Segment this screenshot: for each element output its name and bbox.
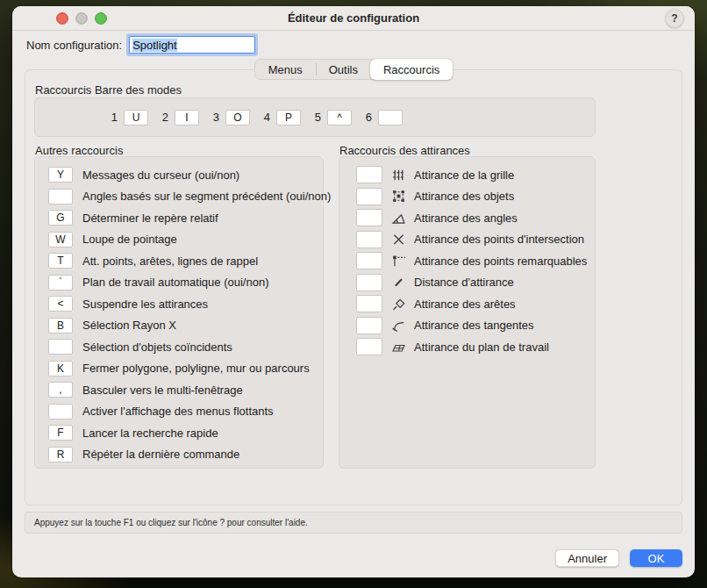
dialog-actions: Annuler OK (555, 549, 682, 567)
snap-key-input[interactable] (356, 295, 382, 312)
shortcut-row: Angles basés sur le segment précédent (o… (35, 186, 323, 208)
help-button[interactable]: ? (665, 9, 684, 28)
shortcut-row: Répéter la dernière commande (35, 444, 323, 466)
snap-shortcut-label: Attirance du plan de travail (414, 341, 549, 354)
shortcut-row: Lancer la recherche rapide (35, 422, 323, 444)
shortcut-label: Lancer la recherche rapide (82, 427, 218, 440)
config-name-row: Nom configuration: Spotlight (26, 36, 255, 54)
angle-snap-icon (390, 211, 406, 226)
snap-shortcuts-title: Raccourcis des attirances (339, 144, 470, 157)
snap-key-input[interactable] (356, 252, 382, 269)
mode-key-input[interactable] (327, 110, 352, 125)
snap-key-input[interactable] (356, 338, 382, 355)
minimize-button[interactable] (75, 12, 88, 25)
edge-snap-icon (390, 297, 406, 312)
mode-key-input[interactable] (175, 110, 199, 125)
snap-key-input[interactable] (356, 188, 382, 205)
shortcut-key-input[interactable] (48, 189, 73, 204)
zoom-button[interactable] (95, 12, 107, 25)
shortcut-key-input[interactable] (48, 361, 73, 376)
tab-label: Outils (329, 63, 358, 76)
shortcut-key-input[interactable] (48, 425, 73, 441)
snap-shortcut-label: Attirance des tangentes (414, 319, 534, 332)
remarkable-points-icon (390, 254, 406, 269)
snap-key-input[interactable] (356, 231, 382, 248)
mode-slot-number: 1 (111, 111, 118, 124)
mode-key-input[interactable] (276, 110, 301, 125)
snap-shortcut-row: Attirance du plan de travail (339, 336, 595, 358)
shortcut-row: Fermer polygone, polyligne, mur ou parco… (35, 358, 323, 380)
other-shortcuts-box: Messages du curseur (oui/non) Angles bas… (34, 156, 324, 469)
mode-slot: 3 (212, 110, 263, 125)
mode-key-input[interactable] (225, 110, 250, 125)
grid-snap-icon (390, 168, 406, 183)
mode-slot-number: 5 (314, 111, 321, 124)
config-name-label: Nom configuration: (26, 39, 122, 52)
titlebar: Éditeur de configuration ? (12, 6, 695, 31)
help-status-text: Appuyez sur la touche F1 ou cliquez sur … (34, 518, 308, 527)
config-name-input[interactable]: Spotlight (129, 36, 255, 54)
distance-snap-icon (390, 275, 406, 290)
shortcut-label: Basculer vers le multi-fenêtrage (82, 384, 243, 397)
shortcut-row: Basculer vers le multi-fenêtrage (35, 379, 323, 401)
shortcut-label: Loupe de pointage (82, 233, 177, 246)
shortcut-label: Messages du curseur (oui/non) (82, 169, 239, 182)
ok-button[interactable]: OK (630, 549, 682, 567)
snap-shortcut-label: Attirance des arêtes (414, 298, 516, 311)
selected-text: Spotlight (132, 39, 177, 52)
shortcut-key-input[interactable] (48, 296, 73, 312)
shortcut-key-input[interactable] (48, 404, 73, 419)
snap-shortcut-label: Attirance de la grille (414, 169, 514, 182)
shortcut-row: Activer l'affichage des menus flottants (35, 401, 323, 423)
shortcut-key-input[interactable] (48, 253, 73, 269)
snap-shortcut-row: Attirance de la grille (339, 164, 595, 186)
snap-key-input[interactable] (356, 317, 382, 334)
traffic-lights (56, 6, 107, 30)
config-editor-window: Éditeur de configuration ? Nom configura… (12, 6, 695, 577)
shortcut-label: Répéter la dernière commande (82, 448, 239, 461)
snap-shortcut-row: Attirance des arêtes (339, 293, 595, 315)
tab[interactable]: Menus (255, 60, 316, 79)
workplane-snap-icon (390, 340, 406, 355)
shortcut-key-input[interactable] (48, 275, 73, 290)
tab-bar: Menus Outils Raccourcis (12, 59, 695, 80)
shortcut-key-input[interactable] (48, 447, 73, 463)
close-button[interactable] (56, 12, 68, 25)
cancel-button[interactable]: Annuler (555, 549, 619, 567)
shortcut-key-input[interactable] (48, 382, 73, 398)
snap-key-input[interactable] (356, 166, 382, 183)
shortcut-label: Att. points, arêtes, lignes de rappel (82, 255, 258, 268)
shortcut-label: Fermer polygone, polyligne, mur ou parco… (82, 362, 310, 375)
shortcut-row: Déterminer le repère relatif (35, 207, 323, 229)
shortcut-row: Plan de travail automatique (oui/non) (35, 272, 323, 294)
mode-key-input[interactable] (124, 110, 148, 125)
mode-slot: 2 (161, 110, 212, 125)
snap-shortcut-label: Attirance des objets (414, 190, 514, 203)
snap-shortcuts-box: Attirance de la grille Attirance des obj… (339, 156, 596, 469)
tab-content-panel: Raccourcis Barre des modes 1 2 3 (25, 69, 682, 506)
help-status-bar: Appuyez sur la touche F1 ou cliquez sur … (25, 512, 682, 534)
mode-slot: 6 (365, 110, 416, 125)
tab-label: Raccourcis (383, 63, 439, 76)
tab[interactable]: Raccourcis (370, 59, 453, 80)
snap-key-input[interactable] (356, 209, 382, 226)
snap-key-input[interactable] (356, 274, 382, 291)
shortcut-label: Suspendre les attirances (82, 298, 208, 311)
shortcut-label: Sélection Rayon X (82, 319, 176, 332)
object-snap-icon (390, 189, 406, 204)
shortcut-key-input[interactable] (48, 210, 73, 226)
shortcut-row: Sélection Rayon X (35, 315, 323, 337)
shortcut-key-input[interactable] (48, 318, 73, 333)
shortcut-key-input[interactable] (48, 167, 73, 183)
tab-segments: Menus Outils Raccourcis (254, 59, 453, 80)
tab[interactable]: Outils (316, 60, 371, 79)
modebar-title: Raccourcis Barre des modes (35, 83, 182, 97)
shortcut-key-input[interactable] (48, 339, 73, 355)
snap-shortcut-row: Distance d'attirance (339, 272, 595, 294)
snap-shortcut-label: Attirance des points remarquables (414, 255, 587, 268)
mode-key-input[interactable] (378, 110, 403, 125)
intersection-snap-icon (390, 232, 406, 247)
shortcut-row: Loupe de pointage (35, 229, 323, 251)
shortcut-key-input[interactable] (48, 232, 73, 247)
mode-slot: 4 (263, 110, 314, 125)
